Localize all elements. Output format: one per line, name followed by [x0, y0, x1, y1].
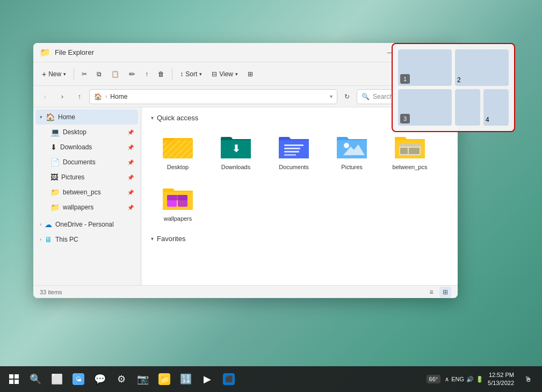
file-item-pictures[interactable]: Pictures: [325, 127, 379, 175]
sidebar-section-pinned: 💻 Desktop 📌 ⬇ Downloads 📌 📄 Documents 📌 …: [44, 125, 140, 215]
quick-access-chevron-icon: ▾: [151, 115, 154, 121]
view-controls: ≡ ⊞: [425, 287, 451, 297]
snap-sub-4a[interactable]: [455, 89, 480, 126]
speaker-icon[interactable]: 🔊: [466, 376, 474, 383]
documents-icon: 📄: [50, 158, 60, 166]
snap-sub-4b[interactable]: 4: [483, 89, 509, 126]
cut-button[interactable]: ✂: [77, 66, 91, 83]
onedrive-icon: ☁: [45, 220, 52, 229]
sidebar-item-thispc[interactable]: › 🖥 This PC: [35, 232, 138, 247]
file-item-documents[interactable]: Documents: [267, 127, 321, 175]
svg-rect-26: [9, 380, 13, 384]
favorites-label: Favorites: [157, 235, 185, 243]
search-button[interactable]: 🔍: [26, 369, 45, 389]
settings-button[interactable]: ⚙: [112, 369, 131, 389]
taskbar: 🔍 ⬜ 🌤 💬 ⚙ 📷 📁 🔢 ▶ ⬛ 66° ∧ ENG 🔊 🔋 12:52 …: [0, 366, 542, 392]
svg-rect-8: [284, 144, 303, 146]
battery-icon[interactable]: 🔋: [476, 376, 483, 383]
snap-num-2: 2: [457, 76, 461, 84]
sidebar-item-pictures[interactable]: 🖼 Pictures 📌: [46, 170, 138, 185]
snap-overlay: 1 2 3 4: [392, 43, 515, 132]
delete-button[interactable]: 🗑: [154, 66, 169, 83]
forward-button[interactable]: ›: [55, 89, 70, 104]
store-button[interactable]: ⬛: [219, 369, 239, 389]
home-chevron-icon: ▾: [40, 114, 42, 120]
taskbar-left: 🔍 ⬜ 🌤 💬 ⚙ 📷 📁 🔢 ▶ ⬛: [4, 369, 239, 389]
downloads-icon: ⬇: [50, 143, 57, 151]
file-item-between-pcs[interactable]: between_pcs: [383, 127, 437, 175]
search-icon: 🔍: [362, 93, 370, 100]
chat-button[interactable]: 💬: [90, 369, 110, 389]
file-item-downloads[interactable]: ⬇ Downloads: [209, 127, 263, 175]
sidebar-item-desktop[interactable]: 💻 Desktop 📌: [46, 125, 138, 140]
snap-num-4: 4: [486, 116, 489, 124]
pin-icon-5: 📌: [127, 190, 134, 195]
path-home: Home: [110, 93, 127, 100]
share-button[interactable]: ↑: [141, 66, 153, 83]
sidebar-item-home[interactable]: ▾ 🏠 Home: [35, 110, 138, 125]
desktop-file-name: Desktop: [167, 164, 189, 170]
sidebar-item-onedrive[interactable]: › ☁ OneDrive - Personal: [35, 217, 138, 232]
calculator-button[interactable]: 🔢: [176, 369, 196, 389]
address-input[interactable]: 🏠 › Home ▾: [89, 89, 337, 104]
documents-folder-icon: [277, 132, 311, 162]
wallpapers-file-name: wallpapers: [164, 215, 192, 222]
window-icon: 📁: [40, 47, 50, 57]
svg-point-14: [344, 143, 349, 148]
paste-icon: 📋: [111, 70, 119, 78]
window-title: File Explorer: [55, 48, 373, 56]
clock-date: 5/13/2022: [488, 379, 514, 387]
sort-button[interactable]: ↕ Sort ▾: [176, 66, 206, 83]
new-button[interactable]: + New ▾: [38, 66, 70, 83]
snap-num-1: 1: [400, 74, 410, 84]
wallpapers-folder-icon: [161, 183, 195, 213]
favorites-chevron-icon: ▾: [151, 236, 154, 242]
sidebar: ▾ 🏠 Home 💻 Desktop 📌 ⬇ Downloads 📌 📄 Do: [33, 107, 141, 285]
copy-icon: ⧉: [97, 70, 102, 78]
snap-cell-1[interactable]: 1: [398, 49, 452, 86]
address-dropdown-icon: ▾: [330, 93, 333, 99]
up-button[interactable]: ↑: [72, 89, 87, 104]
back-button[interactable]: ‹: [38, 89, 53, 104]
paste-button[interactable]: 📋: [107, 66, 124, 83]
notification-button[interactable]: 🖱: [518, 369, 538, 389]
sidebar-item-between-pcs[interactable]: 📁 between_pcs 📌: [46, 185, 138, 200]
widgets-button[interactable]: 🌤: [69, 369, 88, 389]
rename-icon: ✏: [129, 70, 135, 78]
downloads-file-name: Downloads: [221, 164, 250, 170]
quick-access-label: Quick access: [157, 114, 198, 122]
thispc-icon: 🖥: [45, 235, 52, 244]
list-view-button[interactable]: ≡: [425, 287, 437, 297]
camera-button[interactable]: 📷: [133, 369, 153, 389]
tray-chevron-icon[interactable]: ∧: [445, 376, 449, 383]
taskbar-clock[interactable]: 12:52 PM 5/13/2022: [488, 371, 514, 388]
snap-sub-2a[interactable]: 2: [455, 49, 509, 86]
snap-cell-4-group: 4: [455, 89, 509, 126]
pictures-folder-icon: [335, 132, 369, 162]
refresh-button[interactable]: ↻: [339, 89, 355, 104]
file-item-desktop[interactable]: Desktop: [151, 127, 205, 175]
snap-cell-3[interactable]: 3: [398, 89, 452, 126]
pictures-icon: 🖼: [50, 173, 58, 182]
svg-rect-19: [409, 148, 420, 154]
copy-button[interactable]: ⧉: [92, 66, 106, 83]
sidebar-documents-label: Documents: [63, 158, 96, 166]
view-button[interactable]: ⊟ View ▾: [207, 66, 242, 83]
sidebar-item-documents[interactable]: 📄 Documents 📌: [46, 155, 138, 170]
rename-button[interactable]: ✏: [125, 66, 140, 83]
file-explorer-taskbar-button[interactable]: 📁: [155, 369, 174, 389]
file-item-wallpapers[interactable]: wallpapers: [151, 179, 205, 226]
snap-num-3: 3: [400, 114, 410, 124]
path-separator: ›: [105, 93, 107, 99]
sidebar-wallpapers-label: wallpapers: [63, 204, 93, 211]
temperature-badge: 66°: [427, 375, 441, 383]
between-pcs-icon: 📁: [50, 188, 60, 197]
sidebar-item-wallpapers[interactable]: 📁 wallpapers 📌: [46, 200, 138, 215]
filter-button[interactable]: ⊞: [243, 66, 257, 83]
terminal-button[interactable]: ▶: [198, 369, 217, 389]
grid-view-button[interactable]: ⊞: [439, 287, 451, 297]
content-area: ▾ 🏠 Home 💻 Desktop 📌 ⬇ Downloads 📌 📄 Do: [33, 107, 458, 285]
task-view-button[interactable]: ⬜: [47, 369, 67, 389]
start-button[interactable]: [4, 369, 24, 389]
sidebar-item-downloads[interactable]: ⬇ Downloads 📌: [46, 140, 138, 155]
